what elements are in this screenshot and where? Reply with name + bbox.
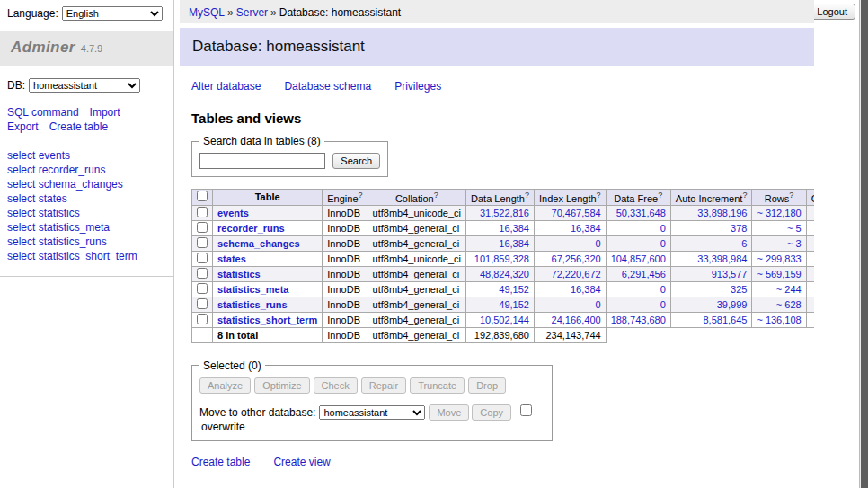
move-db-select[interactable]: homeassistant bbox=[319, 405, 425, 420]
sidebar-action-link[interactable]: Create table bbox=[49, 120, 108, 133]
auto-increment-link[interactable]: 33,898,196 bbox=[697, 208, 747, 218]
data-free-link[interactable]: 104,857,600 bbox=[611, 253, 666, 264]
table-select-link[interactable]: select statistics_meta bbox=[7, 221, 110, 234]
db-select[interactable]: homeassistant bbox=[29, 78, 140, 93]
help-icon[interactable]: ? bbox=[525, 191, 529, 200]
copy-button[interactable]: Copy bbox=[472, 404, 511, 421]
auto-increment-link[interactable]: 325 bbox=[731, 284, 747, 295]
index-length-link[interactable]: 72,220,672 bbox=[552, 269, 601, 279]
data-length-link[interactable]: 16,384 bbox=[499, 238, 529, 249]
row-checkbox[interactable] bbox=[197, 207, 208, 217]
table-select-link[interactable]: select statistics_runs bbox=[7, 235, 107, 248]
rows-count-link[interactable]: ~ 569,159 bbox=[757, 269, 801, 279]
help-icon[interactable]: ? bbox=[789, 191, 793, 200]
rows-count-link[interactable]: ~ 312,180 bbox=[757, 208, 801, 218]
data-free-link[interactable]: 188,743,680 bbox=[611, 315, 666, 325]
index-length-link[interactable]: 0 bbox=[596, 299, 601, 310]
table-select-link[interactable]: select recorder_runs bbox=[7, 164, 105, 176]
sidebar-action-link[interactable]: SQL command bbox=[7, 106, 79, 119]
help-icon[interactable]: ? bbox=[597, 191, 601, 200]
table-select-link[interactable]: select states bbox=[7, 192, 67, 205]
data-length-link[interactable]: 16,384 bbox=[499, 223, 529, 234]
db-nav-link[interactable]: Privileges bbox=[394, 80, 441, 93]
rows-count-link[interactable]: ~ 5 bbox=[787, 223, 802, 234]
row-checkbox[interactable] bbox=[197, 237, 208, 248]
sidebar-action-link[interactable]: Export bbox=[7, 120, 39, 133]
table-name-link[interactable]: statistics bbox=[217, 269, 261, 279]
breadcrumb-link-server[interactable]: Server bbox=[236, 6, 268, 19]
adminer-logo[interactable]: Adminer bbox=[11, 39, 75, 56]
selected-action-button[interactable]: Drop bbox=[468, 377, 506, 394]
data-length-link[interactable]: 49,152 bbox=[499, 284, 529, 295]
db-nav-link[interactable]: Alter database bbox=[191, 80, 261, 93]
move-button[interactable]: Move bbox=[429, 404, 469, 421]
auto-increment-link[interactable]: 8,581,645 bbox=[703, 315, 747, 325]
table-select-link[interactable]: select statistics_short_term bbox=[7, 250, 137, 262]
row-checkbox[interactable] bbox=[197, 268, 208, 279]
data-length-link[interactable]: 48,824,320 bbox=[480, 269, 529, 279]
overwrite-checkbox[interactable] bbox=[520, 404, 532, 416]
rows-count-link[interactable]: ~ 628 bbox=[776, 299, 802, 310]
data-length-link[interactable]: 49,152 bbox=[499, 299, 529, 310]
help-icon[interactable]: ? bbox=[658, 191, 662, 200]
rows-count-link[interactable]: ~ 3 bbox=[787, 238, 802, 249]
data-length-link[interactable]: 31,522,816 bbox=[480, 208, 529, 218]
create-link[interactable]: Create table bbox=[191, 456, 250, 468]
data-length-link[interactable]: 10,502,144 bbox=[480, 315, 529, 325]
data-length-link[interactable]: 101,859,328 bbox=[474, 253, 529, 264]
auto-increment-link[interactable]: 33,398,984 bbox=[697, 253, 747, 264]
overwrite-label[interactable]: overwrite bbox=[201, 421, 245, 433]
data-free-link[interactable]: 0 bbox=[660, 238, 666, 249]
selected-action-button[interactable]: Repair bbox=[361, 377, 406, 394]
vertical-scrollbar[interactable] bbox=[859, 0, 868, 488]
row-checkbox[interactable] bbox=[197, 298, 208, 309]
row-checkbox[interactable] bbox=[197, 283, 208, 294]
rows-count-link[interactable]: ~ 136,108 bbox=[757, 315, 801, 325]
row-checkbox[interactable] bbox=[197, 314, 208, 324]
row-checkbox[interactable] bbox=[197, 222, 208, 233]
table-select-link[interactable]: select schema_changes bbox=[7, 178, 123, 191]
select-all-checkbox[interactable] bbox=[197, 191, 208, 201]
create-link[interactable]: Create view bbox=[273, 456, 330, 468]
table-select-link[interactable]: select statistics bbox=[7, 207, 80, 219]
table-name-link[interactable]: states bbox=[217, 253, 246, 264]
data-free-link[interactable]: 0 bbox=[660, 223, 666, 234]
auto-increment-link[interactable]: 39,999 bbox=[717, 299, 748, 310]
help-icon[interactable]: ? bbox=[434, 191, 438, 200]
breadcrumb-link-mysql[interactable]: MySQL bbox=[189, 6, 225, 19]
index-length-link[interactable]: 0 bbox=[596, 238, 601, 249]
help-icon[interactable]: ? bbox=[359, 191, 363, 200]
selected-action-button[interactable]: Truncate bbox=[410, 377, 465, 394]
selected-action-button[interactable]: Check bbox=[314, 377, 358, 394]
table-name-link[interactable]: statistics_short_term bbox=[217, 315, 317, 325]
logout-button[interactable]: Logout bbox=[809, 4, 855, 20]
search-button[interactable]: Search bbox=[332, 153, 380, 169]
table-select-link[interactable]: select events bbox=[7, 149, 70, 162]
data-free-link[interactable]: 6,291,456 bbox=[622, 269, 666, 279]
db-nav-link[interactable]: Database schema bbox=[284, 80, 371, 93]
table-name-link[interactable]: events bbox=[217, 208, 249, 218]
selected-action-button[interactable]: Analyze bbox=[199, 377, 251, 394]
index-length-link[interactable]: 24,166,400 bbox=[552, 315, 601, 325]
auto-increment-link[interactable]: 913,577 bbox=[712, 269, 748, 279]
index-length-link[interactable]: 16,384 bbox=[571, 223, 601, 234]
table-name-link[interactable]: statistics_runs bbox=[217, 299, 288, 310]
table-name-link[interactable]: recorder_runs bbox=[217, 223, 285, 234]
table-name-link[interactable]: schema_changes bbox=[217, 238, 300, 249]
auto-increment-link[interactable]: 6 bbox=[741, 238, 747, 249]
data-free-link[interactable]: 0 bbox=[660, 299, 666, 310]
rows-count-link[interactable]: ~ 244 bbox=[776, 284, 802, 295]
help-icon[interactable]: ? bbox=[742, 191, 747, 200]
sidebar-action-link[interactable]: Import bbox=[90, 106, 120, 119]
data-free-link[interactable]: 0 bbox=[660, 284, 666, 295]
auto-increment-link[interactable]: 378 bbox=[731, 223, 747, 234]
scrollbar-thumb[interactable] bbox=[861, 0, 868, 488]
index-length-link[interactable]: 16,384 bbox=[571, 284, 601, 295]
search-input[interactable] bbox=[199, 153, 325, 169]
rows-count-link[interactable]: ~ 299,833 bbox=[757, 253, 801, 264]
index-length-link[interactable]: 67,256,320 bbox=[552, 253, 601, 264]
index-length-link[interactable]: 70,467,584 bbox=[552, 208, 601, 218]
language-select[interactable]: English bbox=[62, 6, 163, 21]
data-free-link[interactable]: 50,331,648 bbox=[616, 208, 666, 218]
row-checkbox[interactable] bbox=[197, 253, 208, 263]
